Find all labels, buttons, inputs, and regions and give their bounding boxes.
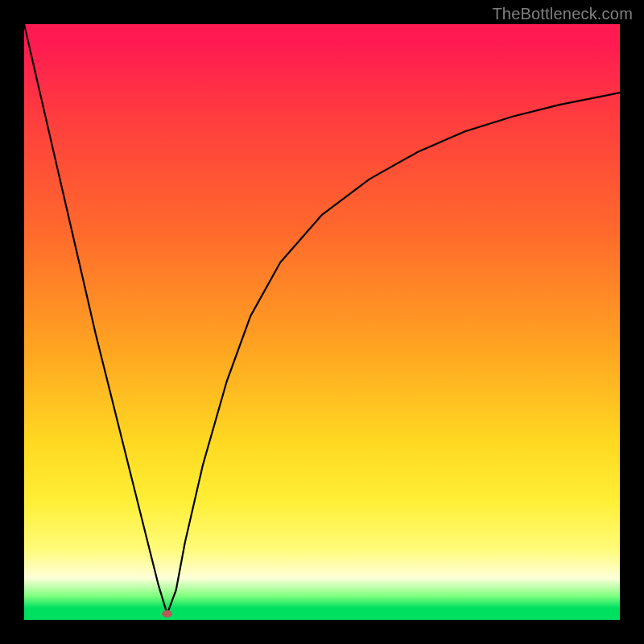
bottleneck-curve — [24, 24, 620, 614]
plot-area — [24, 24, 620, 620]
minimum-marker — [163, 611, 172, 617]
chart-frame: TheBottleneck.com — [0, 0, 644, 644]
curve-layer — [24, 24, 620, 620]
watermark-text: TheBottleneck.com — [492, 5, 633, 23]
